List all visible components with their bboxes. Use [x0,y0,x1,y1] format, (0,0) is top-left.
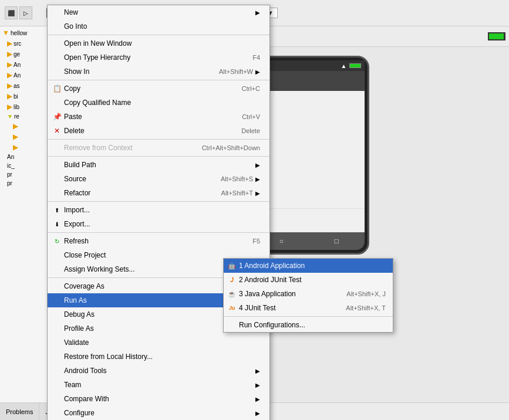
tree-item-pr2[interactable]: pr [1,179,51,188]
menu-sep-1 [48,35,269,35]
folder-icon-re-sub2: ▶ [13,133,18,141]
folder-icon-an: ▶ [7,60,12,69]
debug-as-icon [52,310,62,319]
menu-item-compare-with[interactable]: Compare With ▶ [48,392,269,406]
submenu-android-app-label: 1 Android Application [239,262,305,270]
menu-item-compare-with-label: Compare With [64,395,253,403]
menu-item-new[interactable]: New ▶ [48,5,269,19]
android-app-icon: 🤖 [227,261,237,270]
menu-item-copy-label: Copy [64,84,230,93]
tree-item-ic[interactable]: ic_ [1,161,51,170]
submenu-run-configs-label: Run Configurations... [239,321,305,329]
an-label: An [14,62,21,68]
submenu-java-app-label: 3 Java Application [239,290,296,298]
tree-item-an2[interactable]: ▶ An [1,70,51,80]
menu-item-build-path[interactable]: Build Path ▶ [48,158,269,172]
menu-item-copy-qualified[interactable]: Copy Qualified Name [48,96,269,110]
menu-item-open-type-hier[interactable]: Open Type Hierarchy F4 [48,50,269,65]
tree-item-bi[interactable]: ▶ bi [1,91,51,101]
submenu-item-junit-test[interactable]: Ju 4 JUnit Test Alt+Shift+X, T [224,301,393,315]
re-label: re [14,113,19,120]
tab-problems[interactable]: Problems [0,403,39,420]
menu-item-paste[interactable]: 📌 Paste Ctrl+V [48,110,269,124]
team-icon [52,380,62,389]
wifi-icon: ▲ [341,63,347,69]
menu-item-export-label: Export... [64,220,260,228]
android-junit-icon: J [227,275,237,284]
tree-item-an3[interactable]: An [1,153,51,161]
submenu-item-java-app[interactable]: ☕ 3 Java Application Alt+Shift+X, J [224,287,393,301]
menu-item-configure[interactable]: Configure ▶ [48,406,269,420]
menu-item-refactor[interactable]: Refactor Alt+Shift+T ▶ [48,186,269,200]
menu-sep-4 [48,156,269,157]
menu-item-validate-label: Validate [64,338,260,347]
menu-item-import-label: Import... [64,206,260,214]
source-icon [52,174,62,184]
tree-item-re-sub3[interactable]: ▶ [1,142,51,153]
close-project-icon [52,250,62,260]
src-label: src [14,40,21,47]
folder-icon-src: ▶ [7,39,12,48]
folder-icon-re-sub1: ▶ [13,122,18,130]
menu-item-paste-label: Paste [64,113,230,121]
submenu-item-run-configs[interactable]: Run Configurations... [224,318,393,332]
arrow-icon-source: ▶ [255,176,260,182]
paste-icon: 📌 [52,112,62,121]
toolbar-left: ⬛ ▷ [5,6,32,19]
menu-item-restore-local-label: Restore from Local History... [64,353,260,361]
submenu-android-junit-label: 2 Android JUnit Test [239,276,302,284]
open-window-icon [52,39,62,48]
tree-item-helloworld[interactable]: ▼ hellow [1,28,51,38]
menu-item-delete-label: Delete [64,127,230,135]
tree-item-re-sub2[interactable]: ▶ [1,131,51,142]
menu-item-validate[interactable]: Validate [48,336,269,350]
gen-label: ge [14,51,20,57]
menu-item-go-into-label: Go Into [64,22,260,31]
menu-item-source[interactable]: Source Alt+Shift+S ▶ [48,172,269,186]
tree-item-lib[interactable]: ▶ lib [1,101,51,112]
tree-item-re[interactable]: ▼ re [1,112,51,121]
menu-item-android-tools-label: Android Tools [64,367,253,375]
menu-item-delete[interactable]: ✕ Delete Delete [48,124,269,138]
shortcut-f4: F4 [241,54,260,61]
toolbar-btn-1[interactable]: ⬛ [5,6,18,19]
shortcut-junit-test: Alt+Shift+X, T [346,304,386,311]
tree-item-as[interactable]: ▶ as [1,80,51,91]
refactor-icon [52,188,62,198]
home-icon: ○ [279,237,284,245]
remove-context-icon [52,143,62,153]
shortcut-refactor: Alt+Shift+T [210,189,253,197]
menu-item-remove-context[interactable]: Remove from Context Ctrl+Alt+Shift+Down [48,141,269,155]
arrow-icon-refactor: ▶ [255,190,260,197]
menu-item-team[interactable]: Team ▶ [48,378,269,392]
profile-as-icon [52,324,62,333]
menu-item-refresh[interactable]: ↻ Refresh F5 [48,234,269,248]
tree-item-re-sub1[interactable]: ▶ [1,121,51,131]
menu-item-configure-label: Configure [64,409,253,417]
java-app-icon: ☕ [227,289,237,299]
menu-item-go-into[interactable]: Go Into [48,19,269,33]
menu-item-android-tools[interactable]: Android Tools ▶ [48,364,269,378]
menu-item-build-path-label: Build Path [64,161,253,169]
show-in-icon [52,67,62,76]
menu-sep-2 [48,80,269,80]
menu-item-restore-local[interactable]: Restore from Local History... [48,350,269,364]
build-path-icon [52,160,62,170]
pr-label: pr [7,171,12,178]
menu-item-open-window[interactable]: Open in New Window [48,36,269,50]
menu-item-export[interactable]: ⬇ Export... [48,217,269,231]
tree-item-src[interactable]: ▶ src [1,38,51,49]
tree-item-pr[interactable]: pr [1,170,51,179]
menu-item-copy[interactable]: 📋 Copy Ctrl+C [48,82,269,96]
import-icon: ⬆ [52,205,62,215]
tree-item-an[interactable]: ▶ An [1,59,51,70]
folder-icon-lib: ▶ [7,103,12,111]
copy-qualified-icon [52,98,62,107]
menu-sep-3 [48,139,269,140]
tree-item-gen[interactable]: ▶ ge [1,49,51,59]
menu-item-import[interactable]: ⬆ Import... [48,203,269,217]
menu-item-show-in[interactable]: Show In Alt+Shift+W ▶ [48,65,269,79]
submenu-item-android-app[interactable]: 🤖 1 Android Application [224,259,393,273]
toolbar-btn-2[interactable]: ▷ [19,6,32,19]
submenu-item-android-junit[interactable]: J 2 Android JUnit Test [224,273,393,287]
